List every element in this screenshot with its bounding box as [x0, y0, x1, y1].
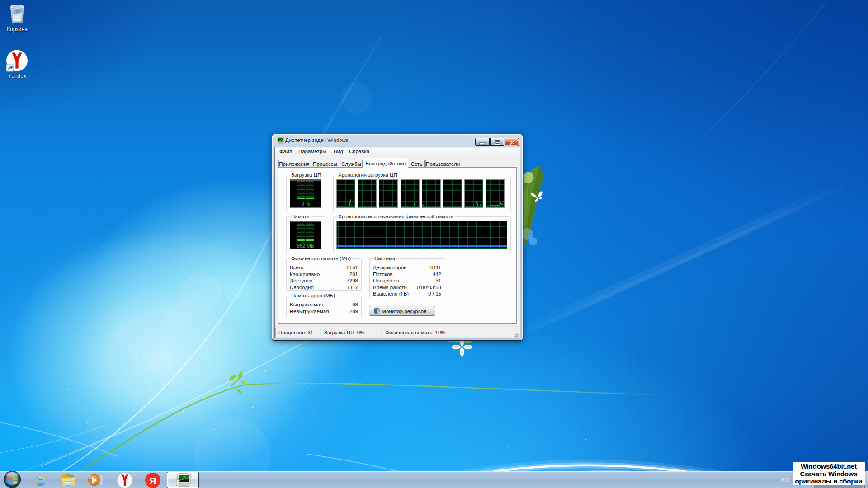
svg-text:Я: Я [149, 475, 156, 486]
